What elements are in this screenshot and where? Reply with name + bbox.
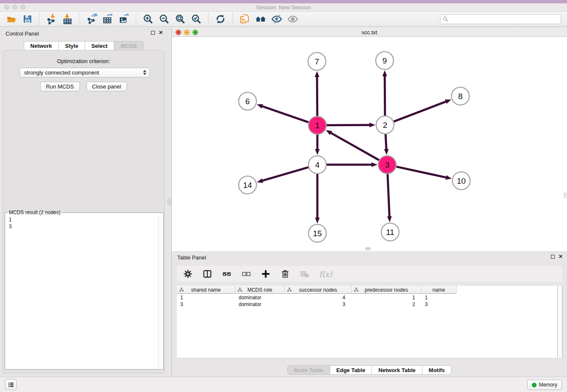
mcds-result-list[interactable]: 13	[6, 215, 157, 368]
graph-node-15[interactable]: 15	[308, 224, 326, 242]
table-cell[interactable]: dominator	[235, 301, 285, 308]
export-image-icon[interactable]	[117, 13, 131, 25]
control-tab-select[interactable]: Select	[85, 41, 114, 50]
graph-node-2[interactable]: 2	[376, 116, 394, 134]
zoom-in-icon[interactable]	[141, 13, 155, 25]
panel-splitter-handle[interactable]	[168, 198, 171, 205]
table-row[interactable]: 1dominator411	[177, 294, 457, 301]
duplicate-network-icon[interactable]	[238, 13, 251, 25]
window-accent-strip	[0, 0, 567, 3]
table-tab-edge-table[interactable]: Edge Table	[330, 365, 372, 375]
graph-edge-1-2[interactable]	[327, 123, 375, 127]
table-cell[interactable]: 1	[177, 294, 235, 301]
graph-node-3[interactable]: 3	[378, 156, 396, 174]
graph-edge-4-14[interactable]	[257, 167, 308, 183]
network-canvas[interactable]: 1234678910111415	[172, 37, 567, 251]
control-panel-close-icon[interactable]: ✕	[159, 30, 163, 35]
import-table-icon[interactable]	[61, 13, 74, 25]
graph-edge-2-3[interactable]	[384, 134, 389, 155]
toolbar-separator	[232, 13, 233, 25]
table-tab-motifs[interactable]: Motifs	[422, 365, 451, 375]
graph-node-9[interactable]: 9	[376, 52, 394, 69]
table-scrollbar[interactable]	[557, 286, 562, 358]
run-mcds-button[interactable]: Run MCDS	[40, 82, 80, 91]
select-all-columns-icon[interactable]	[222, 269, 232, 279]
first-neighbors-icon[interactable]	[254, 13, 267, 25]
graph-node-6[interactable]: 6	[239, 92, 256, 110]
task-history-button[interactable]	[5, 379, 17, 390]
column-header-name[interactable]: name	[421, 286, 457, 294]
mcds-result-item: 1	[9, 216, 157, 223]
criterion-select[interactable]: strongly connected component	[19, 68, 150, 77]
graph-edge-2-9[interactable]	[383, 70, 387, 116]
control-tab-style[interactable]: Style	[59, 41, 85, 50]
graph-node-8[interactable]: 8	[451, 87, 469, 105]
graph-edge-1-7[interactable]	[315, 71, 319, 116]
close-panel-button[interactable]: Close panel	[86, 82, 127, 91]
table-row[interactable]: 3dominator323	[177, 301, 457, 308]
table-cell[interactable]: 2	[352, 301, 421, 308]
hide-graphics-details-icon[interactable]	[270, 13, 284, 25]
network-window-titlebar[interactable]: × − + scc.txt	[172, 28, 567, 37]
control-tab-mcds[interactable]: MCDS	[114, 41, 143, 50]
graph-node-7[interactable]: 7	[308, 52, 326, 70]
mcds-result-scrollbar[interactable]	[158, 216, 162, 368]
graph-edge-3-1[interactable]	[326, 130, 379, 160]
delete-column-trash-icon[interactable]	[280, 269, 290, 279]
canvas-right-grip[interactable]	[564, 193, 567, 198]
table-cell[interactable]: dominator	[235, 294, 285, 301]
zoom-selected-icon[interactable]	[190, 13, 203, 25]
table-cell[interactable]: 3	[421, 301, 457, 308]
create-column-icon[interactable]	[261, 269, 271, 279]
save-session-icon[interactable]	[21, 13, 34, 25]
network-graph[interactable]: 1234678910111415	[172, 37, 567, 251]
graph-edge-4-15[interactable]	[315, 174, 320, 224]
search-field[interactable]	[440, 14, 561, 24]
graph-edge-3-10[interactable]	[396, 167, 451, 180]
unselect-all-columns-icon[interactable]	[241, 269, 251, 279]
export-network-icon[interactable]	[85, 13, 99, 25]
graph-edge-1-4[interactable]	[315, 135, 320, 155]
table-cell[interactable]: 1	[421, 294, 457, 301]
optimization-criterion-label: Optimization criterion:	[3, 58, 164, 64]
graph-node-1[interactable]: 1	[308, 116, 326, 134]
control-tab-network[interactable]: Network	[24, 41, 59, 50]
graph-edge-4-3[interactable]	[327, 163, 377, 167]
zoom-fit-icon[interactable]	[173, 13, 187, 25]
table-cell[interactable]: 1	[352, 294, 421, 301]
show-graphics-details-icon[interactable]	[286, 13, 300, 25]
graph-edge-2-8[interactable]	[394, 99, 451, 121]
main-toolbar	[0, 12, 567, 27]
graph-node-10[interactable]: 10	[452, 172, 470, 190]
import-network-icon[interactable]	[45, 13, 58, 25]
control-panel-float-icon[interactable]	[151, 31, 155, 35]
show-columns-icon[interactable]	[202, 269, 212, 279]
table-cell[interactable]: 3	[177, 301, 235, 308]
toolbar-separator	[39, 13, 40, 25]
table-panel-close-icon[interactable]: ✕	[559, 254, 563, 259]
graph-edge-1-6[interactable]	[257, 104, 308, 122]
table-tab-network-table[interactable]: Network Table	[372, 365, 422, 375]
table-cell[interactable]: 3	[285, 301, 352, 308]
search-input[interactable]	[450, 16, 559, 22]
refresh-icon[interactable]	[214, 13, 227, 25]
table-panel-float-icon[interactable]	[551, 255, 555, 259]
graph-node-11[interactable]: 11	[381, 223, 399, 241]
graph-node-14[interactable]: 14	[239, 176, 256, 194]
table-cell[interactable]: 4	[285, 294, 352, 301]
toolbar-separator	[80, 13, 80, 25]
export-table-icon[interactable]	[101, 13, 115, 25]
column-header-successor-nodes[interactable]: successor nodes	[285, 286, 352, 294]
table-tab-node-table[interactable]: Node Table	[287, 365, 330, 375]
graph-node-4[interactable]: 4	[308, 156, 326, 174]
graph-edge-3-11[interactable]	[387, 174, 392, 222]
memory-button[interactable]: Memory	[527, 380, 562, 390]
column-header-MCDS-role[interactable]: MCDS role	[235, 286, 285, 294]
open-session-icon[interactable]	[5, 13, 18, 25]
table-settings-gear-icon[interactable]	[183, 269, 193, 279]
column-header-shared-name[interactable]: shared name	[177, 286, 235, 294]
canvas-bottom-grip[interactable]	[365, 247, 371, 250]
zoom-out-icon[interactable]	[157, 13, 171, 25]
column-header-predecessor-nodes[interactable]: predecessor nodes	[352, 286, 421, 294]
control-panel: Control Panel ✕ NetworkStyleSelectMCDS O…	[0, 28, 167, 376]
